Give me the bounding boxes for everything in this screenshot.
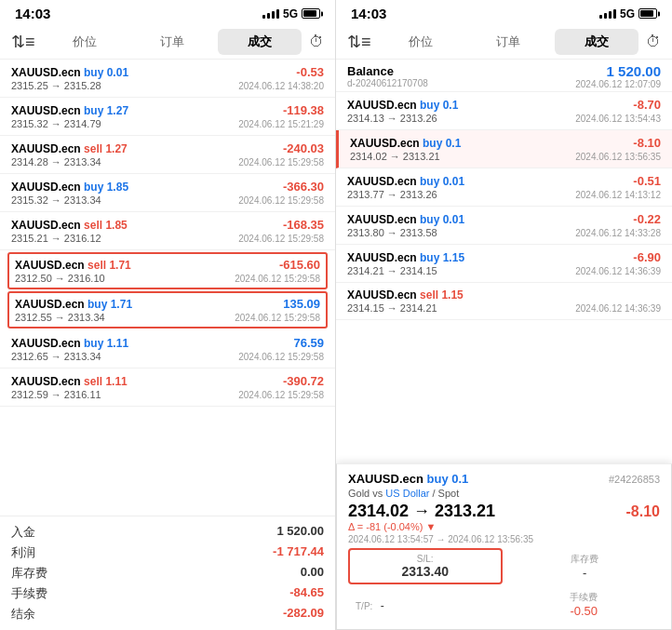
detail-popup: XAUUSD.ecn buy 0.1 #24226853 Gold vs US … xyxy=(336,463,672,630)
trade-symbol: XAUUSD.ecn buy 1.27 xyxy=(11,104,128,117)
summary-row: 库存费 0.00 xyxy=(11,563,324,583)
right-trade-date: 2024.06.12 14:33:28 xyxy=(575,228,661,238)
trade-symbol: XAUUSD.ecn buy 1.71 xyxy=(15,298,132,311)
right-trade-date: 2024.06.12 14:36:39 xyxy=(575,303,661,314)
trade-symbol: XAUUSD.ecn sell 1.71 xyxy=(15,259,131,272)
trade-pnl: 135.09 xyxy=(283,297,320,311)
summary-row: 结余 -282.09 xyxy=(11,604,324,624)
summary-label: 库存费 xyxy=(11,565,47,582)
trade-pnl: -390.72 xyxy=(283,374,324,388)
right-trade-date: 2024.06.12 13:54:43 xyxy=(575,114,661,124)
detail-commission: 手续费 -0.50 xyxy=(508,587,661,622)
right-tab-chengjiao[interactable]: 成交 xyxy=(555,29,639,55)
balance-row: Balance d-20240612170708 1 520.00 2024.0… xyxy=(336,60,672,92)
right-network: 5G xyxy=(620,7,635,20)
right-trade-pnl: -6.90 xyxy=(633,250,661,264)
detail-time: 2024.06.12 13:54:57 → 2024.06.12 13:56:3… xyxy=(348,534,660,544)
right-trade-prices: 2314.21 → 2314.15 xyxy=(347,265,437,276)
left-trade-item[interactable]: XAUUSD.ecn sell 1.27 -240.03 2314.28 → 2… xyxy=(0,136,335,174)
right-trade-pnl: -8.70 xyxy=(633,98,661,112)
trade-symbol: XAUUSD.ecn sell 1.11 xyxy=(11,375,128,388)
right-trade-pnl: -8.10 xyxy=(633,136,661,150)
summary-value: -282.09 xyxy=(283,606,324,623)
trade-date: 2024.06.12 15:29:58 xyxy=(238,390,324,400)
left-trade-item[interactable]: XAUUSD.ecn sell 1.85 -168.35 2315.21 → 2… xyxy=(0,212,335,250)
left-time: 14:03 xyxy=(15,6,50,21)
right-trade-pnl: -0.51 xyxy=(633,174,661,188)
summary-value: 1 520.00 xyxy=(276,524,324,541)
summary-value: 0.00 xyxy=(301,565,324,582)
left-trade-item[interactable]: XAUUSD.ecn buy 1.85 -366.30 2315.32 → 23… xyxy=(0,174,335,212)
left-clock-icon[interactable]: ⏱ xyxy=(305,32,328,52)
right-trade-item[interactable]: XAUUSD.ecn buy 0.01 -0.22 2313.80 → 2313… xyxy=(336,207,672,245)
left-signal-bars xyxy=(262,9,279,19)
summary-row: 利润 -1 717.44 xyxy=(11,543,324,563)
trade-prices: 2312.55 → 2313.34 xyxy=(15,312,105,323)
trade-pnl: -366.30 xyxy=(283,180,324,194)
left-battery xyxy=(302,8,320,19)
left-trade-item[interactable]: XAUUSD.ecn buy 1.11 76.59 2312.65 → 2313… xyxy=(0,330,335,369)
summary-label: 结余 xyxy=(11,606,35,623)
detail-storage: 库存费 - xyxy=(510,549,661,583)
left-trade-item[interactable]: XAUUSD.ecn buy 0.01 -0.53 2315.25 → 2315… xyxy=(0,60,335,98)
trade-prices: 2315.21 → 2316.12 xyxy=(11,233,101,244)
left-trade-item[interactable]: XAUUSD.ecn buy 1.71 135.09 2312.55 → 231… xyxy=(7,291,328,328)
right-panel: 14:03 5G ⇅≡ 价位 订单 成交 ⏱ Balance d-2024061… xyxy=(336,0,672,630)
right-status-bar: 14:03 5G xyxy=(336,0,672,25)
trade-pnl: -119.38 xyxy=(283,103,324,117)
trade-date: 2024.06.12 15:29:58 xyxy=(238,234,324,244)
right-sort-icon[interactable]: ⇅≡ xyxy=(343,30,375,54)
right-trade-symbol: XAUUSD.ecn buy 0.1 xyxy=(347,99,458,112)
right-tab-jiwei[interactable]: 价位 xyxy=(379,29,464,55)
trade-pnl: 76.59 xyxy=(293,336,324,350)
right-signal-bars xyxy=(599,9,616,19)
left-tab-jiwei[interactable]: 价位 xyxy=(43,29,127,55)
left-sort-icon[interactable]: ⇅≡ xyxy=(7,30,39,54)
trade-date: 2024.06.12 15:29:58 xyxy=(238,352,324,362)
right-trade-prices: 2314.02 → 2313.21 xyxy=(350,151,440,162)
right-trade-prices: 2313.80 → 2313.58 xyxy=(347,227,437,238)
trade-prices: 2312.50 → 2316.10 xyxy=(15,273,105,284)
right-trade-date: 2024.06.12 13:56:35 xyxy=(575,152,661,162)
right-trade-prices: 2313.77 → 2313.26 xyxy=(347,189,437,200)
trade-pnl: -240.03 xyxy=(283,141,324,155)
right-tab-dingdan[interactable]: 订单 xyxy=(466,29,551,55)
left-trade-list: XAUUSD.ecn buy 0.01 -0.53 2315.25 → 2315… xyxy=(0,60,335,516)
right-trade-item[interactable]: XAUUSD.ecn buy 0.01 -0.51 2313.77 → 2313… xyxy=(336,168,672,207)
trade-prices: 2312.65 → 2313.34 xyxy=(11,351,101,362)
left-summary: 入金 1 520.00 利润 -1 717.44 库存费 0.00 手续费 -8… xyxy=(0,516,335,630)
detail-id: #24226853 xyxy=(609,474,660,485)
trade-prices: 2314.28 → 2313.34 xyxy=(11,156,101,168)
trade-date: 2024.06.12 15:29:58 xyxy=(238,157,324,168)
left-panel: 14:03 5G ⇅≡ 价位 订单 成交 ⏱ XAUUSD.ecn buy 0.… xyxy=(0,0,336,630)
summary-row: 手续费 -84.65 xyxy=(11,583,324,604)
right-clock-icon[interactable]: ⏱ xyxy=(642,32,665,52)
trade-date: 2024.06.12 14:38:20 xyxy=(238,81,324,91)
right-tab-bar: ⇅≡ 价位 订单 成交 ⏱ xyxy=(336,25,672,60)
right-trade-item[interactable]: XAUUSD.ecn buy 1.15 -6.90 2314.21 → 2314… xyxy=(336,245,672,283)
trade-symbol: XAUUSD.ecn buy 0.01 xyxy=(11,66,128,79)
trade-symbol: XAUUSD.ecn buy 1.85 xyxy=(11,181,128,194)
trade-prices: 2315.32 → 2313.34 xyxy=(11,194,101,206)
right-trade-item[interactable]: XAUUSD.ecn buy 0.1 -8.70 2314.13 → 2313.… xyxy=(336,92,672,130)
left-tab-dingdan[interactable]: 订单 xyxy=(130,29,214,55)
right-trade-item[interactable]: XAUUSD.ecn sell 1.15 2314.15 → 2314.21 2… xyxy=(336,283,672,320)
left-status-right: 5G xyxy=(262,7,320,20)
balance-value: 1 520.00 xyxy=(575,63,661,79)
trade-pnl: -0.53 xyxy=(296,65,324,79)
left-tab-bar: ⇅≡ 价位 订单 成交 ⏱ xyxy=(0,25,335,60)
trade-pnl: -168.35 xyxy=(283,218,324,232)
summary-value: -1 717.44 xyxy=(273,544,324,561)
summary-value: -84.65 xyxy=(289,585,324,602)
left-trade-item[interactable]: XAUUSD.ecn sell 1.71 -615.60 2312.50 → 2… xyxy=(7,252,328,289)
left-network: 5G xyxy=(283,7,298,20)
detail-subtitle: Gold vs US Dollar / Spot xyxy=(348,488,660,499)
left-tab-chengjiao[interactable]: 成交 xyxy=(218,29,302,55)
left-trade-item[interactable]: XAUUSD.ecn sell 1.11 -390.72 2312.59 → 2… xyxy=(0,369,335,407)
right-trade-date: 2024.06.12 14:13:12 xyxy=(575,190,661,200)
trade-prices: 2315.32 → 2314.79 xyxy=(11,118,101,129)
trade-symbol: XAUUSD.ecn sell 1.85 xyxy=(11,219,128,232)
right-trade-item[interactable]: XAUUSD.ecn buy 0.1 -8.10 2314.02 → 2313.… xyxy=(336,130,672,168)
balance-label: Balance xyxy=(347,64,428,78)
left-trade-item[interactable]: XAUUSD.ecn buy 1.27 -119.38 2315.32 → 23… xyxy=(0,98,335,136)
